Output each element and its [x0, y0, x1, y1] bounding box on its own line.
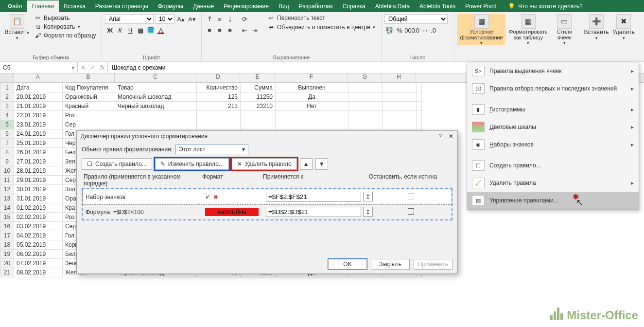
currency-button[interactable]: 💱: [384, 25, 394, 35]
close-button[interactable]: Закрыть: [371, 259, 410, 270]
cell[interactable]: 21.01.2019: [14, 102, 63, 111]
border-button[interactable]: ▦: [136, 25, 145, 35]
fx-icon[interactable]: fx: [100, 64, 104, 71]
cf-manage-rules[interactable]: ▤Управление правилами...: [467, 192, 639, 209]
row-header[interactable]: 5: [0, 120, 14, 129]
cell[interactable]: [348, 120, 383, 129]
tab-formulas[interactable]: Формулы: [153, 0, 188, 12]
cell[interactable]: [383, 83, 417, 92]
col-header[interactable]: C: [115, 73, 196, 82]
bold-button[interactable]: Ж: [105, 25, 115, 35]
cell[interactable]: [197, 111, 241, 120]
cell-styles-button[interactable]: ▭ Стили ячеек▾: [551, 14, 578, 45]
cell[interactable]: [276, 111, 348, 120]
cell[interactable]: Сер: [63, 120, 115, 129]
cf-new-rule[interactable]: ☐Создать правило...: [467, 157, 639, 174]
format-as-table-button[interactable]: ▦ Форматировать как таблицу▾: [507, 14, 549, 45]
tellme-search[interactable]: 💡 Что вы хотите сделать?: [508, 3, 583, 10]
number-format-select[interactable]: Общий: [384, 14, 448, 24]
cell[interactable]: 28.01.2019: [14, 166, 63, 176]
align-center-button[interactable]: ≡: [215, 25, 225, 35]
cell[interactable]: [383, 102, 417, 111]
merge-center-button[interactable]: ⬌Объединить и поместить в центре▾: [266, 23, 377, 31]
cf-icon-sets[interactable]: ◉Наборы значков▸: [467, 136, 639, 153]
applies-to-input[interactable]: [266, 192, 361, 202]
cell[interactable]: Да: [276, 92, 348, 102]
increase-decimal-button[interactable]: .0→: [415, 25, 425, 35]
range-picker-icon[interactable]: ↥: [363, 207, 373, 217]
font-color-button[interactable]: A: [156, 25, 166, 35]
apply-button[interactable]: Применить: [414, 259, 453, 270]
align-left-button[interactable]: ≡: [205, 25, 214, 35]
row-header[interactable]: 12: [0, 185, 14, 194]
indent-increase-button[interactable]: ⇥: [250, 25, 260, 35]
increase-font-icon[interactable]: A▴: [176, 14, 186, 24]
row-header[interactable]: 21: [0, 268, 14, 277]
scope-combo[interactable]: Этот лист▾: [175, 145, 248, 154]
cell[interactable]: 26.01.2019: [14, 148, 63, 157]
cell[interactable]: Черный шоколад: [115, 102, 197, 111]
align-right-button[interactable]: ≡: [225, 25, 235, 35]
col-header[interactable]: G: [348, 73, 382, 82]
tab-powerpivot[interactable]: Power Pivot: [460, 0, 501, 12]
underline-button[interactable]: Ч: [125, 25, 135, 35]
col-header[interactable]: D: [196, 73, 240, 82]
font-size-select[interactable]: 10: [155, 14, 174, 24]
orientation-button[interactable]: ⟳: [240, 14, 249, 24]
col-header[interactable]: E: [240, 73, 275, 82]
cell[interactable]: 06.02.2019: [14, 250, 63, 259]
decrease-font-icon[interactable]: A▾: [187, 14, 197, 24]
font-name-select[interactable]: Arial: [105, 14, 154, 24]
move-down-button[interactable]: ▼: [315, 158, 328, 170]
range-picker-icon[interactable]: ↥: [363, 192, 373, 201]
row-header[interactable]: 10: [0, 166, 14, 176]
cell[interactable]: 01.02.2019: [14, 203, 63, 213]
wrap-text-button[interactable]: ↩Переносить текст: [266, 14, 377, 22]
cell[interactable]: Оранжевый: [63, 92, 115, 102]
col-header[interactable]: A: [14, 73, 62, 82]
tab-view[interactable]: Вид: [274, 0, 294, 12]
row-header[interactable]: 1: [0, 83, 14, 92]
cell[interactable]: 29.01.2019: [14, 176, 63, 185]
cell[interactable]: [383, 120, 417, 129]
format-painter-button[interactable]: 🖌Формат по образцу: [33, 32, 98, 39]
cell[interactable]: [348, 111, 383, 120]
italic-button[interactable]: К: [115, 25, 125, 35]
cell[interactable]: Дата: [14, 83, 63, 92]
cell[interactable]: 25.01.2019: [14, 139, 63, 148]
new-rule-button[interactable]: ☐Создать правило...: [82, 158, 152, 170]
cf-highlight-rules[interactable]: S>Правила выделения ячеек▸: [467, 62, 639, 80]
cf-topbottom-rules[interactable]: 10Правила отбора первых и последних знач…: [467, 80, 639, 97]
cell[interactable]: Нет: [276, 102, 348, 111]
row-header[interactable]: 14: [0, 203, 14, 213]
cell[interactable]: Количество: [197, 83, 241, 92]
cell[interactable]: [383, 111, 417, 120]
cell[interactable]: [276, 120, 348, 129]
cell[interactable]: Выполнен: [276, 83, 348, 92]
move-up-button[interactable]: ▲: [300, 158, 313, 170]
cut-button[interactable]: ✂Вырезать: [33, 14, 98, 22]
rule-row[interactable]: Набор значков ✔ ✖ ↥: [83, 189, 452, 204]
row-header[interactable]: 6: [0, 129, 14, 139]
tab-review[interactable]: Рецензирование: [219, 0, 274, 12]
align-bottom-button[interactable]: ⤓: [225, 14, 235, 24]
row-header[interactable]: 4: [0, 111, 14, 120]
dialog-help-icon[interactable]: ?: [438, 133, 442, 140]
tab-file[interactable]: Файл: [3, 0, 27, 12]
tab-help[interactable]: Справка: [338, 0, 370, 12]
col-header[interactable]: H: [382, 73, 416, 82]
cell[interactable]: [197, 120, 241, 129]
cell[interactable]: 31.01.2019: [14, 194, 63, 203]
tab-data[interactable]: Данные: [188, 0, 219, 12]
row-header[interactable]: 3: [0, 102, 14, 111]
cell[interactable]: 24.01.2019: [14, 129, 63, 139]
cell[interactable]: 03.02.2019: [14, 222, 63, 231]
cf-color-scales[interactable]: Цветовые шкалы▸: [467, 118, 639, 136]
cell[interactable]: Красный: [63, 102, 115, 111]
rule-row[interactable]: Формула: =$D$2<100 АаВbБбЯя ↥: [83, 204, 452, 219]
comma-button[interactable]: 000: [405, 25, 415, 35]
cell[interactable]: 07.02.2019: [14, 259, 63, 268]
indent-decrease-button[interactable]: ⇤: [240, 25, 249, 35]
cell[interactable]: [348, 92, 383, 102]
row-header[interactable]: 11: [0, 176, 14, 185]
